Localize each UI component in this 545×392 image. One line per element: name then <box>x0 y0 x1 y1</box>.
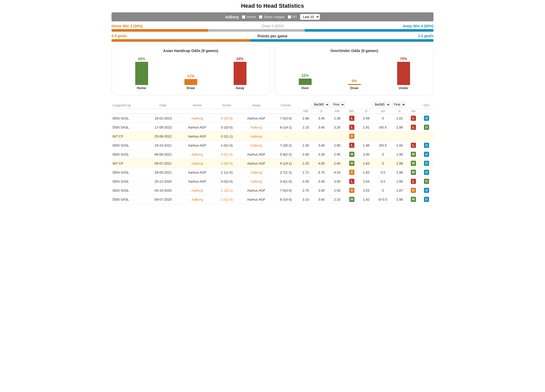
table-row: DEN SASL18-02-2023Aalborg0-1(0-0)Aarhus … <box>112 114 433 123</box>
table-row: INT CF09-07-2021Aalborg1-0(0-0)Aarhus AG… <box>112 159 433 168</box>
cell-score: 1-1(1-0) <box>215 168 239 177</box>
wdl-bar <box>112 29 433 32</box>
sub-h: H <box>359 109 374 114</box>
col-home: Home <box>180 100 215 109</box>
same-league-checkbox[interactable] <box>259 15 262 19</box>
badge-U: U <box>424 188 429 193</box>
cell-aw: 2.10 <box>329 195 345 204</box>
filter-ht[interactable]: HT <box>288 15 297 19</box>
bar-rect-over <box>299 79 312 85</box>
cell-corner: 3-4(1-0) <box>274 177 298 186</box>
col-score: Score <box>215 100 239 109</box>
cell-ah1: 0.5 <box>374 177 392 186</box>
badge-W: W <box>411 161 416 166</box>
filter-same-league[interactable]: Same League <box>259 15 285 19</box>
cell-d <box>313 132 329 141</box>
table-header-row1: League/Cup Date Home Score Away Corner B… <box>112 100 433 109</box>
cell-ah1: 0 <box>374 159 392 168</box>
cell-home-text: Aalborg <box>191 189 203 192</box>
ppg-title: Points per game <box>258 34 288 38</box>
cell-corner: 7-5(3-0) <box>274 114 298 123</box>
bar-pct-under: 78% <box>400 57 407 61</box>
bar-item-under: 78%Under <box>397 57 410 90</box>
bar-label-draw: Draw <box>350 86 359 90</box>
cell-corner: 6-1(4-1) <box>274 123 298 132</box>
cell-ou: U <box>420 141 433 150</box>
ht-label: HT <box>293 15 297 19</box>
badge-D: D <box>349 170 354 175</box>
cell-home-text: Aalborg <box>191 161 203 165</box>
cell-h: 1.83 <box>359 159 374 168</box>
cell-wl: L <box>345 114 359 123</box>
cell-ou <box>420 132 433 141</box>
cell-a: 1.86 <box>392 177 407 186</box>
cell-a: 1.92 <box>392 141 407 150</box>
badge-U: U <box>424 170 429 175</box>
badge-D: D <box>349 188 354 193</box>
bar-rect-home <box>135 62 148 85</box>
cell-d: 3.40 <box>313 186 329 195</box>
cell-home: Aarhus AGF <box>180 168 215 177</box>
first-select-1[interactable]: First <box>331 102 345 107</box>
wdl-away-segment <box>305 29 433 32</box>
cell-home-text: Aalborg <box>191 116 203 120</box>
cell-h <box>359 132 374 141</box>
cell-ah2: L <box>407 141 420 150</box>
cell-home: Aalborg <box>180 186 215 195</box>
badge-U: U <box>424 197 429 202</box>
cell-ah2: L <box>407 177 420 186</box>
cell-a: 1.90 <box>392 150 407 159</box>
ppg-away-segment <box>250 39 434 42</box>
cell-hw <box>298 132 314 141</box>
home-ppg-label: 0.9 goals <box>112 34 127 38</box>
sub-ah2: AH <box>407 109 420 114</box>
cell-away: Aalborg <box>239 132 274 141</box>
cell-score: 3-1(0-0) <box>215 123 239 132</box>
cell-date: 25-06-2022 <box>147 132 180 141</box>
cell-home: Aarhus AGF <box>180 123 215 132</box>
cell-hw: 2.15 <box>298 123 314 132</box>
cell-d: 3.75 <box>313 168 329 177</box>
bar-rect-draw <box>184 79 197 85</box>
cell-ou: U <box>420 186 433 195</box>
cell-wl: L <box>345 141 359 150</box>
bar-item-draw: 0%Draw <box>348 79 361 90</box>
wdl-home-segment <box>112 29 208 32</box>
cell-hw: 3.10 <box>298 195 314 204</box>
wdl-section: Home Win 3 (30%) Draw 3 (30%) Away Win 4… <box>112 24 433 32</box>
badge-W: W <box>349 197 354 202</box>
bet365-select-1[interactable]: Bet365 <box>312 102 329 107</box>
cell-hw: 2.60 <box>298 150 314 159</box>
cell-h: 1.91 <box>359 123 374 132</box>
table-row: DEN SASL19-10-2021Aarhus AGF1-0(1-0)Aalb… <box>112 141 433 150</box>
bet365-select-2[interactable]: Bet365 <box>373 102 390 107</box>
badge-D: D <box>411 188 416 193</box>
ppg-bar <box>112 39 433 42</box>
first-select-2[interactable]: First <box>392 102 406 107</box>
cell-h: 1.92 <box>359 195 374 204</box>
badge-O: O <box>424 125 429 130</box>
table-row: DEN SASL29-05-2021Aarhus AGF1-1(1-0)Aalb… <box>112 168 433 177</box>
cell-away: Aalborg <box>239 177 274 186</box>
badge-L: L <box>349 143 354 148</box>
bar-label-home: Home <box>137 86 146 90</box>
col-league: League/Cup <box>112 100 147 109</box>
last-select[interactable]: Last 10 Last 20 All <box>300 14 320 20</box>
cell-ou: U <box>420 168 433 177</box>
cell-league: DEN SASL <box>112 123 147 132</box>
cell-score-text: 0-1(0-0) <box>221 116 233 120</box>
cell-aw: 3.50 <box>329 177 345 186</box>
cell-league: DEN SASL <box>112 150 147 159</box>
ht-checkbox[interactable] <box>288 15 291 19</box>
table-row: DEN SASL17-09-2022Aarhus AGF3-1(0-0)Aalb… <box>112 123 433 132</box>
home-checkbox[interactable] <box>242 15 245 19</box>
cell-ah1: 0 <box>374 150 392 159</box>
cell-h: 2.09 <box>359 114 374 123</box>
cell-ah2: L <box>407 114 420 123</box>
cell-league: DEN SASL <box>112 114 147 123</box>
bar-pct-draw: 0% <box>352 79 357 83</box>
badge-W: W <box>411 197 416 202</box>
ppg-home-segment <box>112 39 250 42</box>
filter-home[interactable]: Home <box>242 15 256 19</box>
col-away: Away <box>239 100 274 109</box>
